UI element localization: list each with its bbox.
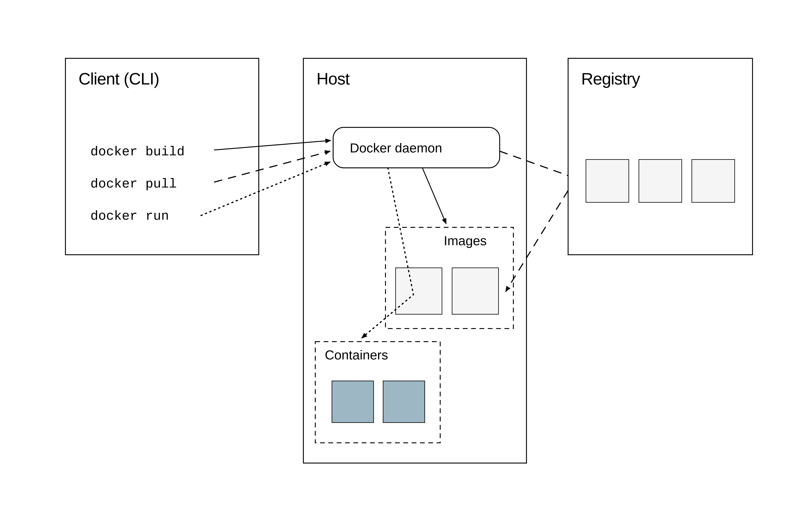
client-title: Client (CLI): [78, 69, 159, 88]
images-label: Images: [444, 233, 487, 248]
images-box: Images: [386, 227, 513, 329]
docker-daemon-node: Docker daemon: [333, 127, 500, 168]
containers-label: Containers: [325, 347, 388, 362]
containers-box: Containers: [315, 342, 440, 443]
client-command-build: docker build: [90, 144, 185, 159]
docker-architecture-diagram: Client (CLI) docker build docker pull do…: [0, 0, 812, 514]
arrow-pull-to-daemon: [214, 151, 330, 182]
arrow-daemon-to-images: [422, 168, 446, 224]
arrow-daemon-to-registry: [500, 151, 568, 175]
registry-image-tile: [639, 160, 682, 202]
image-tile: [452, 268, 498, 314]
arrow-build-to-daemon: [214, 140, 331, 150]
container-tile: [383, 381, 425, 422]
arrow-run-to-daemon: [201, 162, 330, 215]
docker-daemon-label: Docker daemon: [350, 141, 442, 155]
registry-box: Registry: [568, 58, 753, 255]
container-tile: [332, 381, 374, 422]
client-command-run: docker run: [90, 209, 169, 224]
host-box: Host Docker daemon Images Containers: [303, 58, 526, 463]
registry-image-tile: [692, 160, 735, 202]
arrow-registry-to-images: [506, 190, 568, 292]
image-tile: [396, 268, 442, 314]
host-title: Host: [317, 69, 350, 88]
registry-title: Registry: [581, 69, 640, 88]
client-box: Client (CLI) docker build docker pull do…: [66, 58, 259, 255]
client-command-pull: docker pull: [90, 177, 177, 191]
registry-image-tile: [586, 160, 629, 202]
